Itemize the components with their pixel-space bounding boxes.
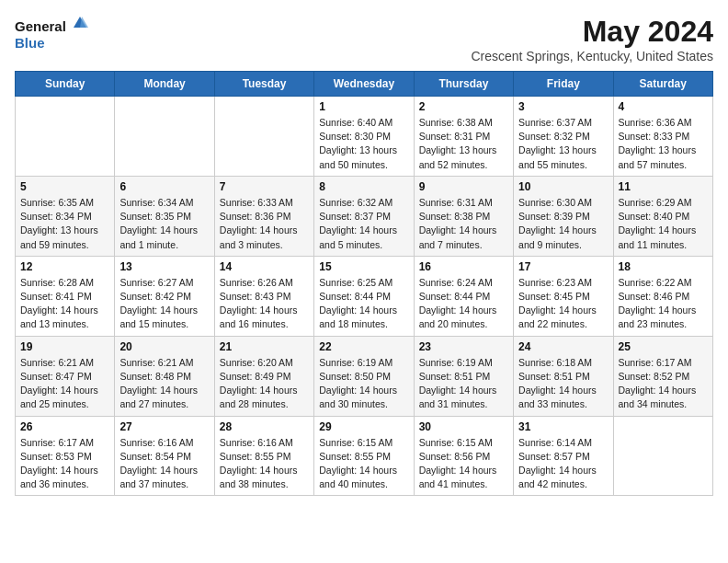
calendar-cell: 23Sunrise: 6:19 AMSunset: 8:51 PMDayligh… — [414, 336, 513, 416]
day-detail: Sunrise: 6:14 AMSunset: 8:57 PMDaylight:… — [518, 436, 608, 492]
calendar-week-row: 1Sunrise: 6:40 AMSunset: 8:30 PMDaylight… — [16, 97, 713, 177]
calendar-cell — [214, 97, 313, 177]
calendar-cell: 22Sunrise: 6:19 AMSunset: 8:50 PMDayligh… — [314, 336, 414, 416]
day-number: 9 — [419, 180, 508, 193]
calendar-cell: 12Sunrise: 6:28 AMSunset: 8:41 PMDayligh… — [16, 256, 115, 336]
calendar-cell — [16, 97, 115, 177]
day-number: 19 — [20, 340, 109, 353]
day-detail: Sunrise: 6:27 AMSunset: 8:42 PMDaylight:… — [119, 276, 209, 332]
title-block: May 2024 Crescent Springs, Kentucky, Uni… — [471, 15, 713, 63]
calendar-cell: 2Sunrise: 6:38 AMSunset: 8:31 PMDaylight… — [414, 97, 513, 177]
day-detail: Sunrise: 6:15 AMSunset: 8:56 PMDaylight:… — [419, 436, 508, 492]
day-detail: Sunrise: 6:28 AMSunset: 8:41 PMDaylight:… — [20, 276, 109, 332]
day-number: 25 — [619, 340, 708, 353]
day-number: 2 — [419, 100, 508, 113]
calendar-cell: 7Sunrise: 6:33 AMSunset: 8:36 PMDaylight… — [214, 176, 313, 256]
calendar-cell: 13Sunrise: 6:27 AMSunset: 8:42 PMDayligh… — [115, 256, 214, 336]
weekday-header: Thursday — [414, 72, 513, 97]
calendar-cell: 4Sunrise: 6:36 AMSunset: 8:33 PMDaylight… — [613, 97, 712, 177]
weekday-header: Tuesday — [214, 72, 313, 97]
day-number: 29 — [319, 420, 408, 433]
calendar-cell: 14Sunrise: 6:26 AMSunset: 8:43 PMDayligh… — [214, 256, 313, 336]
calendar-cell: 16Sunrise: 6:24 AMSunset: 8:44 PMDayligh… — [414, 256, 513, 336]
logo-general: General — [15, 15, 88, 35]
calendar-cell — [613, 416, 712, 496]
day-number: 7 — [220, 180, 309, 193]
day-detail: Sunrise: 6:29 AMSunset: 8:40 PMDaylight:… — [619, 196, 708, 252]
day-detail: Sunrise: 6:21 AMSunset: 8:48 PMDaylight:… — [119, 356, 209, 412]
day-number: 6 — [119, 180, 209, 193]
day-detail: Sunrise: 6:21 AMSunset: 8:47 PMDaylight:… — [20, 356, 109, 412]
calendar-cell: 3Sunrise: 6:37 AMSunset: 8:32 PMDaylight… — [514, 97, 613, 177]
calendar-cell: 27Sunrise: 6:16 AMSunset: 8:54 PMDayligh… — [115, 416, 214, 496]
day-detail: Sunrise: 6:30 AMSunset: 8:39 PMDaylight:… — [518, 196, 608, 252]
day-number: 8 — [319, 180, 408, 193]
calendar-cell: 5Sunrise: 6:35 AMSunset: 8:34 PMDaylight… — [16, 176, 115, 256]
day-number: 24 — [518, 340, 608, 353]
day-detail: Sunrise: 6:36 AMSunset: 8:33 PMDaylight:… — [619, 116, 708, 172]
day-detail: Sunrise: 6:26 AMSunset: 8:43 PMDaylight:… — [220, 276, 309, 332]
weekday-header-row: SundayMondayTuesdayWednesdayThursdayFrid… — [16, 72, 713, 97]
day-number: 23 — [419, 340, 508, 353]
day-number: 11 — [619, 180, 708, 193]
day-detail: Sunrise: 6:16 AMSunset: 8:55 PMDaylight:… — [220, 436, 309, 492]
main-title: May 2024 — [471, 15, 713, 49]
day-detail: Sunrise: 6:22 AMSunset: 8:46 PMDaylight:… — [619, 276, 708, 332]
calendar-cell: 29Sunrise: 6:15 AMSunset: 8:55 PMDayligh… — [314, 416, 414, 496]
day-number: 15 — [319, 260, 408, 273]
day-number: 27 — [119, 420, 209, 433]
day-detail: Sunrise: 6:38 AMSunset: 8:31 PMDaylight:… — [419, 116, 508, 172]
weekday-header: Monday — [115, 72, 214, 97]
day-number: 3 — [518, 100, 608, 113]
day-number: 31 — [518, 420, 608, 433]
calendar-cell: 31Sunrise: 6:14 AMSunset: 8:57 PMDayligh… — [514, 416, 613, 496]
day-detail: Sunrise: 6:15 AMSunset: 8:55 PMDaylight:… — [319, 436, 408, 492]
day-number: 14 — [220, 260, 309, 273]
day-detail: Sunrise: 6:24 AMSunset: 8:44 PMDaylight:… — [419, 276, 508, 332]
svg-marker-1 — [80, 17, 88, 28]
day-detail: Sunrise: 6:34 AMSunset: 8:35 PMDaylight:… — [119, 196, 209, 252]
calendar-cell: 19Sunrise: 6:21 AMSunset: 8:47 PMDayligh… — [16, 336, 115, 416]
day-detail: Sunrise: 6:33 AMSunset: 8:36 PMDaylight:… — [220, 196, 309, 252]
day-detail: Sunrise: 6:16 AMSunset: 8:54 PMDaylight:… — [119, 436, 209, 492]
calendar-week-row: 5Sunrise: 6:35 AMSunset: 8:34 PMDaylight… — [16, 176, 713, 256]
calendar-cell: 17Sunrise: 6:23 AMSunset: 8:45 PMDayligh… — [514, 256, 613, 336]
page-header: General Blue May 2024 Crescent Springs, … — [15, 15, 713, 63]
weekday-header: Sunday — [16, 72, 115, 97]
day-detail: Sunrise: 6:20 AMSunset: 8:49 PMDaylight:… — [220, 356, 309, 412]
weekday-header: Saturday — [613, 72, 712, 97]
day-detail: Sunrise: 6:37 AMSunset: 8:32 PMDaylight:… — [518, 116, 608, 172]
calendar-table: SundayMondayTuesdayWednesdayThursdayFrid… — [15, 71, 713, 496]
logo: General Blue — [15, 15, 88, 52]
weekday-header: Friday — [514, 72, 613, 97]
calendar-cell — [115, 97, 214, 177]
day-detail: Sunrise: 6:35 AMSunset: 8:34 PMDaylight:… — [20, 196, 109, 252]
calendar-cell: 26Sunrise: 6:17 AMSunset: 8:53 PMDayligh… — [16, 416, 115, 496]
day-detail: Sunrise: 6:25 AMSunset: 8:44 PMDaylight:… — [319, 276, 408, 332]
calendar-cell: 24Sunrise: 6:18 AMSunset: 8:51 PMDayligh… — [514, 336, 613, 416]
day-detail: Sunrise: 6:17 AMSunset: 8:53 PMDaylight:… — [20, 436, 109, 492]
calendar-week-row: 26Sunrise: 6:17 AMSunset: 8:53 PMDayligh… — [16, 416, 713, 496]
calendar-cell: 8Sunrise: 6:32 AMSunset: 8:37 PMDaylight… — [314, 176, 414, 256]
day-detail: Sunrise: 6:18 AMSunset: 8:51 PMDaylight:… — [518, 356, 608, 412]
day-detail: Sunrise: 6:23 AMSunset: 8:45 PMDaylight:… — [518, 276, 608, 332]
calendar-cell: 11Sunrise: 6:29 AMSunset: 8:40 PMDayligh… — [613, 176, 712, 256]
day-number: 5 — [20, 180, 109, 193]
day-number: 12 — [20, 260, 109, 273]
day-detail: Sunrise: 6:17 AMSunset: 8:52 PMDaylight:… — [619, 356, 708, 412]
day-detail: Sunrise: 6:32 AMSunset: 8:37 PMDaylight:… — [319, 196, 408, 252]
day-number: 1 — [319, 100, 408, 113]
calendar-cell: 6Sunrise: 6:34 AMSunset: 8:35 PMDaylight… — [115, 176, 214, 256]
day-number: 20 — [119, 340, 209, 353]
day-detail: Sunrise: 6:19 AMSunset: 8:51 PMDaylight:… — [419, 356, 508, 412]
logo-icon — [72, 15, 88, 31]
day-number: 17 — [518, 260, 608, 273]
calendar-cell: 18Sunrise: 6:22 AMSunset: 8:46 PMDayligh… — [613, 256, 712, 336]
calendar-cell: 28Sunrise: 6:16 AMSunset: 8:55 PMDayligh… — [214, 416, 313, 496]
calendar-cell: 30Sunrise: 6:15 AMSunset: 8:56 PMDayligh… — [414, 416, 513, 496]
day-number: 16 — [419, 260, 508, 273]
day-number: 4 — [619, 100, 708, 113]
calendar-cell: 15Sunrise: 6:25 AMSunset: 8:44 PMDayligh… — [314, 256, 414, 336]
day-number: 28 — [220, 420, 309, 433]
subtitle: Crescent Springs, Kentucky, United State… — [471, 49, 713, 63]
